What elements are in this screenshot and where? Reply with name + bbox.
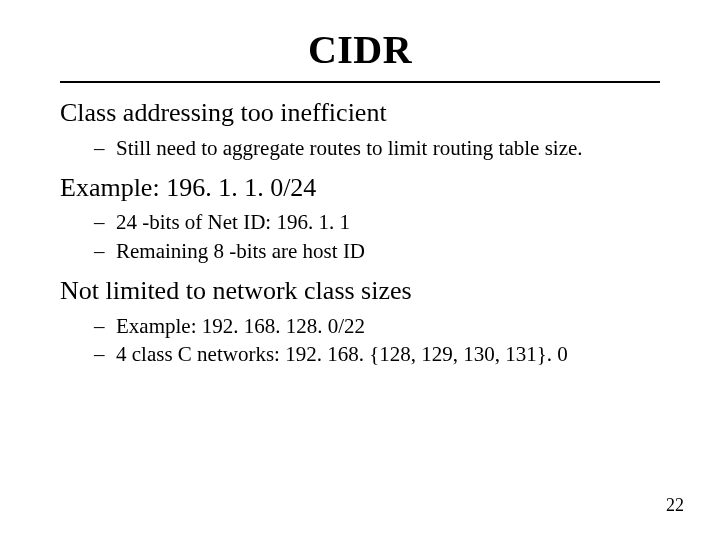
sub-item: – Still need to aggregate routes to limi… (60, 134, 660, 162)
sub-list-2: – 24 -bits of Net ID: 196. 1. 1 – Remain… (60, 208, 660, 265)
dash-icon: – (94, 312, 105, 340)
dash-icon: – (94, 237, 105, 265)
page-number: 22 (666, 495, 684, 516)
sub-item: – Remaining 8 -bits are host ID (60, 237, 660, 265)
sub-item-text: Still need to aggregate routes to limit … (116, 136, 583, 160)
dash-icon: – (94, 340, 105, 368)
slide-title: CIDR (60, 26, 660, 73)
bullet-heading-1: Class addressing too inefficient (60, 97, 660, 130)
sub-item: – Example: 192. 168. 128. 0/22 (60, 312, 660, 340)
sub-item-text: Remaining 8 -bits are host ID (116, 239, 365, 263)
sub-list-1: – Still need to aggregate routes to limi… (60, 134, 660, 162)
sub-item-text: Example: 192. 168. 128. 0/22 (116, 314, 365, 338)
sub-item-text: 24 -bits of Net ID: 196. 1. 1 (116, 210, 350, 234)
sub-list-3: – Example: 192. 168. 128. 0/22 – 4 class… (60, 312, 660, 369)
sub-item: – 4 class C networks: 192. 168. {128, 12… (60, 340, 660, 368)
sub-item: – 24 -bits of Net ID: 196. 1. 1 (60, 208, 660, 236)
dash-icon: – (94, 208, 105, 236)
bullet-heading-2: Example: 196. 1. 1. 0/24 (60, 172, 660, 205)
title-underline (60, 81, 660, 83)
sub-item-text: 4 class C networks: 192. 168. {128, 129,… (116, 342, 568, 366)
bullet-heading-3: Not limited to network class sizes (60, 275, 660, 308)
dash-icon: – (94, 134, 105, 162)
slide: CIDR Class addressing too inefficient – … (0, 0, 720, 540)
